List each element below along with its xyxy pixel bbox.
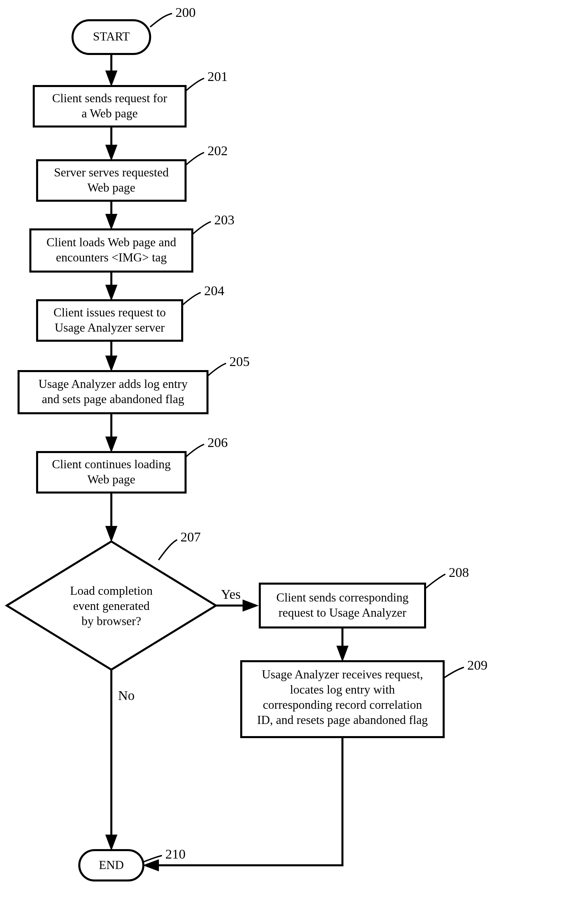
svg-text:by browser?: by browser? bbox=[82, 614, 141, 628]
ref-209: 209 bbox=[467, 657, 488, 673]
svg-text:Client loads Web page and: Client loads Web page and bbox=[46, 236, 176, 249]
svg-text:locates log entry with: locates log entry with bbox=[290, 683, 395, 696]
svg-rect-33 bbox=[260, 584, 425, 627]
svg-text:Client issues request to: Client issues request to bbox=[54, 306, 166, 319]
ref-203: 203 bbox=[214, 212, 234, 228]
svg-text:and sets page abandoned flag: and sets page abandoned flag bbox=[42, 392, 184, 406]
svg-text:Load completion: Load completion bbox=[70, 584, 153, 597]
ref-210: 210 bbox=[165, 846, 186, 861]
node-201: Client sends request for a Web page bbox=[34, 86, 186, 127]
svg-text:Server serves requested: Server serves requested bbox=[54, 166, 169, 179]
node-start: START bbox=[73, 20, 150, 54]
flowchart: START 200 Client sends request for a Web… bbox=[0, 0, 584, 924]
label-yes: Yes bbox=[221, 587, 241, 602]
svg-text:Web page: Web page bbox=[87, 473, 135, 486]
ref-208: 208 bbox=[449, 565, 469, 580]
svg-text:Client continues loading: Client continues loading bbox=[52, 457, 171, 471]
ref-200: 200 bbox=[175, 5, 196, 20]
svg-text:event generated: event generated bbox=[73, 599, 150, 613]
node-203: Client loads Web page and encounters <IM… bbox=[30, 229, 192, 272]
ref-204: 204 bbox=[204, 283, 224, 298]
start-label: START bbox=[93, 30, 130, 43]
svg-text:encounters <IMG> tag: encounters <IMG> tag bbox=[56, 251, 167, 264]
svg-text:Usage Analyzer receives reques: Usage Analyzer receives request, bbox=[262, 668, 423, 681]
node-207-decision: Load completion event generated by brows… bbox=[7, 541, 216, 670]
end-label: END bbox=[99, 858, 124, 872]
svg-text:ID, and resets page abandoned : ID, and resets page abandoned flag bbox=[257, 713, 428, 727]
svg-text:Web page: Web page bbox=[87, 181, 135, 194]
svg-text:Usage Analyzer server: Usage Analyzer server bbox=[54, 321, 165, 334]
node-204: Client issues request to Usage Analyzer … bbox=[37, 300, 182, 341]
svg-text:Usage Analyzer adds log entry: Usage Analyzer adds log entry bbox=[38, 377, 188, 391]
node-205: Usage Analyzer adds log entry and sets p… bbox=[18, 371, 208, 413]
label-no: No bbox=[118, 688, 135, 703]
node-209: Usage Analyzer receives request, locates… bbox=[241, 661, 444, 737]
svg-text:Client sends request for: Client sends request for bbox=[52, 91, 167, 105]
node-end: END bbox=[79, 850, 144, 881]
svg-text:a Web page: a Web page bbox=[82, 107, 138, 120]
svg-text:request to Usage Analyzer: request to Usage Analyzer bbox=[279, 606, 407, 619]
svg-text:corresponding record correlati: corresponding record correlation bbox=[263, 698, 422, 711]
svg-text:Client sends corresponding: Client sends corresponding bbox=[276, 591, 409, 604]
ref-205: 205 bbox=[229, 354, 250, 369]
ref-201: 201 bbox=[208, 69, 228, 84]
ref-206: 206 bbox=[208, 435, 228, 450]
node-206: Client continues loading Web page bbox=[37, 452, 186, 493]
ref-207: 207 bbox=[180, 529, 201, 544]
ref-202: 202 bbox=[208, 143, 228, 158]
node-208: Client sends corresponding request to Us… bbox=[260, 584, 425, 627]
node-202: Server serves requested Web page bbox=[37, 160, 186, 201]
